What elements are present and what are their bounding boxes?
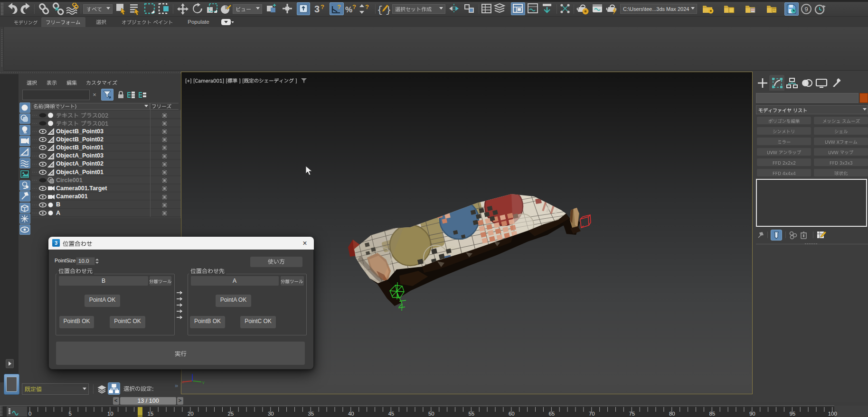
- svg-text:%: %: [345, 5, 352, 14]
- svg-text:9: 9: [804, 6, 808, 13]
- svg-text:?: ?: [321, 3, 324, 10]
- svg-text:3: 3: [55, 240, 57, 246]
- svg-text:{: {: [377, 5, 383, 15]
- svg-text:?: ?: [337, 3, 341, 10]
- svg-text:?: ?: [365, 3, 369, 10]
- svg-text:3: 3: [314, 4, 320, 14]
- svg-text:y: y: [202, 380, 205, 384]
- svg-text:?: ?: [352, 3, 356, 10]
- svg-text:x: x: [181, 380, 184, 384]
